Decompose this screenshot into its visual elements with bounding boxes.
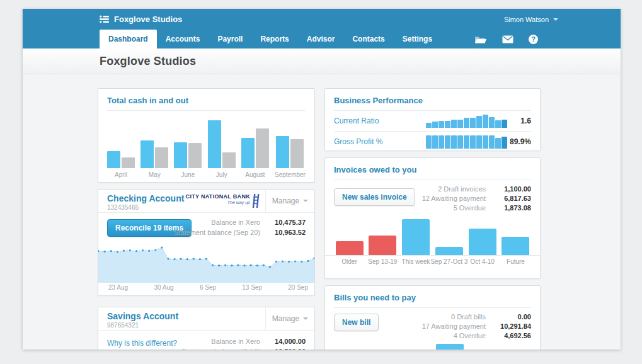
- title-band: Foxglove Studios: [23, 48, 621, 74]
- manage-dropdown[interactable]: Manage: [265, 190, 314, 212]
- stat-row: 0 Draft bills0.00: [422, 312, 531, 322]
- chart-bar: [222, 152, 236, 168]
- chart-group-bars: [107, 114, 135, 168]
- user-name: Simon Watson: [504, 16, 549, 23]
- stat-value: 0.00: [492, 312, 531, 322]
- performance-row: Gross Profit %89.9%: [325, 132, 540, 152]
- chart-bar: [402, 219, 430, 255]
- bank-ladder-icon: [252, 193, 260, 208]
- card-bills-to-pay: Bills you need to pay New bill 0 Draft b…: [324, 285, 541, 350]
- stat-value: 14,000.00: [267, 336, 306, 346]
- trend-sparkbar: [426, 135, 507, 149]
- chart-group: April: [107, 114, 135, 178]
- chart-bar: [457, 120, 463, 128]
- stat-value: 6,817.63: [492, 194, 531, 203]
- tab-settings[interactable]: Settings: [394, 30, 441, 48]
- chart-bar: [439, 121, 444, 128]
- stat-row: Balance in Xero14,000.00: [181, 336, 306, 346]
- chart-group-bars: [402, 219, 430, 255]
- divider: [107, 110, 306, 111]
- performance-metric-link[interactable]: Gross Profit %: [334, 137, 426, 146]
- account-title-link[interactable]: Checking Account: [107, 193, 184, 203]
- tab-payroll[interactable]: Payroll: [209, 30, 251, 48]
- balance-sparkline: [98, 245, 314, 283]
- chart-bar: [241, 138, 255, 168]
- stat-row: 4 Overdue4,692.56: [422, 331, 531, 341]
- chevron-down-icon: [303, 317, 308, 320]
- tab-accounts[interactable]: Accounts: [157, 30, 209, 48]
- performance-row: Current Ratio1.6: [325, 111, 540, 131]
- chart-bar: [470, 118, 476, 128]
- why-different-link[interactable]: Why is this different?: [107, 339, 177, 348]
- card-title: Invoices owed to you: [325, 158, 540, 179]
- manage-dropdown[interactable]: Manage: [265, 307, 314, 330]
- chart-bar: [445, 135, 450, 149]
- stat-row: 12 Awaiting payment6,817.63: [422, 194, 531, 203]
- bank-logo: City National Bank The way up: [186, 193, 260, 208]
- divider: [334, 179, 531, 180]
- chart-bar: [470, 135, 476, 149]
- chart-bar: [426, 135, 432, 149]
- chart-group-bars: [241, 114, 269, 168]
- performance-rows: Current Ratio1.6Gross Profit %89.9%: [325, 111, 540, 152]
- tab-contacts[interactable]: Contacts: [343, 30, 393, 48]
- stat-label: Statement balance (Jul 1): [181, 346, 260, 350]
- stat-label: Statement balance (Sep 20): [174, 227, 260, 237]
- axis-label: Sep 27-Oct 3: [430, 258, 467, 265]
- tab-reports[interactable]: Reports: [251, 30, 297, 48]
- stat-label: Balance in Xero: [211, 217, 260, 227]
- divider: [334, 307, 531, 308]
- help-icon[interactable]: ?: [529, 35, 538, 44]
- chart-group: August: [241, 114, 269, 178]
- savings-balances: Balance in Xero14,000.00Statement balanc…: [181, 336, 306, 350]
- stat-value: 12,500.00: [267, 346, 306, 350]
- account-number: 987654321: [107, 322, 139, 329]
- chart-group: June: [174, 114, 202, 178]
- chart-bar: [489, 135, 495, 149]
- chart-group-bars: [140, 114, 168, 168]
- user-menu[interactable]: Simon Watson: [504, 9, 558, 30]
- stat-row: Statement balance (Sep 20)10,963.52: [174, 227, 306, 237]
- stat-label: 0 Draft bills: [451, 312, 486, 322]
- folder-icon[interactable]: [474, 35, 487, 44]
- axis-label: April: [115, 171, 127, 178]
- org-menu-icon[interactable]: [100, 15, 109, 23]
- chart-group-bars: [174, 114, 202, 168]
- chart-bar: [451, 135, 457, 149]
- chart-bar: [107, 151, 120, 168]
- chart-bar: [188, 143, 202, 168]
- stat-label: 17 Awaiting payment: [422, 322, 486, 331]
- tab-advisor[interactable]: Advisor: [298, 30, 344, 48]
- stat-label: 12 Awaiting payment: [422, 194, 486, 203]
- chart-group: Future: [500, 219, 531, 265]
- chart-group-bars: [369, 219, 396, 255]
- axis-label: Older: [341, 258, 357, 265]
- bank-tagline: The way up: [186, 200, 250, 205]
- org-name[interactable]: Foxglove Studios: [114, 14, 182, 24]
- axis-label: June: [181, 171, 195, 178]
- app-header: Foxglove Studios Simon Watson DashboardA…: [23, 9, 621, 48]
- invoices-chart: OlderSep 13-19This weekSep 27-Oct 3Oct 4…: [334, 219, 531, 265]
- chart-bar: [457, 135, 463, 149]
- axis-label: This week: [402, 258, 430, 265]
- stat-value: 1,873.08: [492, 203, 531, 213]
- account-title-link[interactable]: Savings Account: [107, 311, 178, 321]
- chevron-down-icon: [303, 200, 308, 202]
- account-header: Savings Account 987654321 Manage: [98, 307, 314, 331]
- new-sales-invoice-button[interactable]: New sales invoice: [334, 188, 415, 206]
- chart-bar: [502, 137, 507, 149]
- invoice-stats: 2 Draft invoices1,100.0012 Awaiting paym…: [422, 185, 531, 213]
- performance-metric-link[interactable]: Current Ratio: [334, 117, 426, 125]
- chart-bar: [155, 147, 168, 168]
- chart-group: May: [140, 114, 168, 178]
- new-bill-button[interactable]: New bill: [334, 314, 379, 331]
- chart-group: September: [275, 114, 306, 178]
- card-savings-account: Savings Account 987654321 Manage Why is …: [98, 307, 315, 350]
- chart-bar: [276, 136, 289, 168]
- axis-label: 20 Sep: [288, 284, 308, 291]
- chart-group: Sep 27-Oct 3: [433, 219, 464, 265]
- mail-icon[interactable]: [502, 35, 513, 43]
- axis-label: 30 Aug: [154, 284, 173, 291]
- chart-bar: [432, 122, 438, 128]
- tab-dashboard[interactable]: Dashboard: [100, 30, 157, 48]
